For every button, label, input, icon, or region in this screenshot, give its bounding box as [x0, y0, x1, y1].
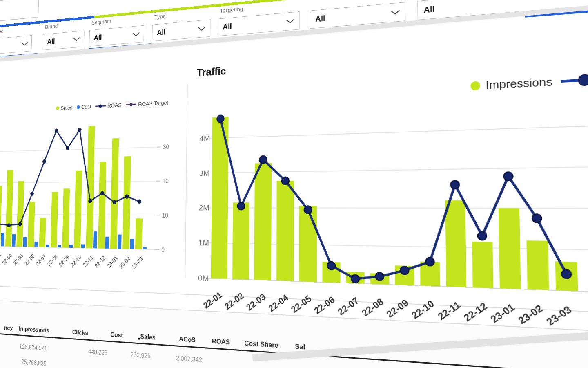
cost-bar[interactable] [93, 231, 97, 248]
impressions-bar[interactable] [299, 206, 317, 282]
impressions-bar[interactable] [254, 163, 272, 280]
cost-bar[interactable] [46, 245, 49, 247]
filter-value: All [315, 14, 325, 24]
x-axis-category-label: 22-06 [312, 294, 337, 316]
filter-dropdown-type[interactable]: All [152, 19, 210, 41]
sales-bar[interactable] [16, 181, 24, 247]
x-axis-category-label: 22-09 [58, 254, 71, 268]
roas-point[interactable] [31, 192, 34, 195]
filter-bar: Campaign TypeAllBrandAllSegmentAllTypeAl… [0, 0, 588, 10]
traffic-line-point[interactable] [504, 172, 513, 181]
table-header-ncy[interactable]: ncy [0, 324, 13, 332]
sales-bar[interactable] [98, 162, 106, 249]
roas-point[interactable] [125, 195, 129, 199]
chevron-down-icon[interactable] [286, 18, 294, 24]
cost-bar[interactable] [143, 247, 146, 249]
cost-bar[interactable] [1, 233, 4, 246]
impressions-bar[interactable] [472, 242, 493, 288]
traffic-line-point[interactable] [217, 115, 224, 123]
traffic-line-point[interactable] [351, 275, 359, 283]
table-header-cost[interactable]: Cost [110, 331, 123, 339]
traffic-line-point[interactable] [238, 202, 245, 210]
table-header-acos[interactable]: ACoS [179, 335, 196, 344]
filter-dropdown-campaign-type[interactable]: All [0, 35, 32, 56]
traffic-line-point[interactable] [532, 214, 541, 222]
filter-value: All [223, 22, 232, 31]
impressions-bar[interactable] [499, 208, 521, 289]
table-header-sal[interactable]: Sal [295, 343, 305, 352]
sales-bar[interactable] [28, 202, 35, 247]
chevron-down-icon[interactable] [73, 37, 80, 42]
filter-dropdown-brand[interactable]: All [43, 31, 85, 50]
traffic-line-point[interactable] [260, 156, 267, 164]
cost-bar[interactable] [118, 235, 122, 249]
roas-point[interactable] [78, 128, 81, 132]
y-axis-tick-label: 30 [163, 144, 169, 150]
traffic-line-point[interactable] [478, 231, 487, 240]
traffic-line-point[interactable] [327, 262, 335, 270]
impressions-bar[interactable] [526, 240, 549, 290]
impressions-bar[interactable] [445, 200, 466, 287]
sales-bar[interactable] [51, 192, 58, 247]
x-axis-category-label: 23-02 [118, 255, 131, 270]
sales-bar[interactable] [62, 188, 70, 248]
cost-bar[interactable] [23, 237, 27, 247]
roas-point[interactable] [100, 191, 104, 195]
cost-bar[interactable] [130, 239, 134, 249]
roas-point[interactable] [7, 223, 11, 227]
traffic-line-point[interactable] [400, 266, 409, 275]
traffic-line-point[interactable] [304, 206, 312, 214]
cost-bar[interactable] [58, 245, 61, 248]
chevron-down-icon[interactable] [390, 9, 400, 15]
roas-point[interactable] [113, 200, 116, 204]
top-cut-card [0, 0, 39, 25]
roas-point[interactable] [138, 200, 141, 204]
roas-point[interactable] [89, 199, 92, 203]
chevron-down-icon[interactable] [132, 32, 140, 37]
cost-bar[interactable] [12, 234, 16, 247]
filter-value: All [423, 4, 434, 15]
chevron-down-icon[interactable] [198, 26, 206, 31]
sales-bar[interactable] [110, 138, 119, 249]
cost-bar[interactable] [34, 242, 38, 247]
y-axis-tick-label: 0M [198, 273, 209, 283]
x-axis-category-label: 22-08 [46, 254, 58, 267]
x-axis-category-label: 22-09 [384, 297, 410, 320]
filter-label-campaign-type: Campaign Type [0, 28, 4, 36]
roas-point[interactable] [66, 146, 69, 150]
sales-cost-roas-chart: 010203022-0322-0422-0522-0622-0722-0822-… [0, 83, 187, 298]
roas-point[interactable] [42, 159, 46, 163]
sales-bar[interactable] [135, 218, 143, 249]
sort-desc-icon[interactable]: ▼ [137, 337, 141, 341]
chevron-down-icon[interactable] [21, 41, 28, 46]
traffic-line-point[interactable] [282, 177, 289, 185]
x-axis-category-label: 22-04 [267, 292, 290, 314]
sales-bar[interactable] [122, 156, 131, 249]
table-header-roas[interactable]: ROAS [212, 337, 230, 347]
roas-point[interactable] [18, 222, 22, 226]
traffic-line-point[interactable] [425, 258, 434, 266]
cost-bar[interactable] [105, 237, 109, 249]
roas-point[interactable] [55, 129, 58, 132]
traffic-line-point[interactable] [376, 272, 384, 280]
table-header-clicks[interactable]: Clicks [72, 328, 88, 337]
table-header-sales[interactable]: Sales [140, 333, 155, 341]
filter-label-brand: Brand [45, 23, 58, 30]
impressions-bar[interactable] [276, 181, 294, 281]
traffic-line-point[interactable] [451, 180, 459, 188]
y-axis-tick-label: 20 [162, 178, 168, 185]
gridline [207, 123, 588, 139]
cost-bar[interactable] [81, 244, 85, 248]
traffic-line-point[interactable] [561, 269, 571, 278]
sales-bar[interactable] [86, 126, 95, 248]
impressions-bar[interactable] [232, 202, 249, 280]
cost-bar[interactable] [69, 245, 73, 247]
y-axis-tick-label: 1M [198, 238, 209, 247]
x-axis-category-label: 22-02 [223, 291, 245, 312]
x-axis-category-label: 22-10 [410, 298, 436, 321]
x-axis-category-label: 22-03 [0, 252, 2, 265]
sales-bar[interactable] [39, 218, 46, 247]
filter-value: All [47, 37, 55, 46]
filter-dropdown-segment[interactable]: All [89, 25, 144, 47]
sales-bar[interactable] [5, 170, 13, 247]
